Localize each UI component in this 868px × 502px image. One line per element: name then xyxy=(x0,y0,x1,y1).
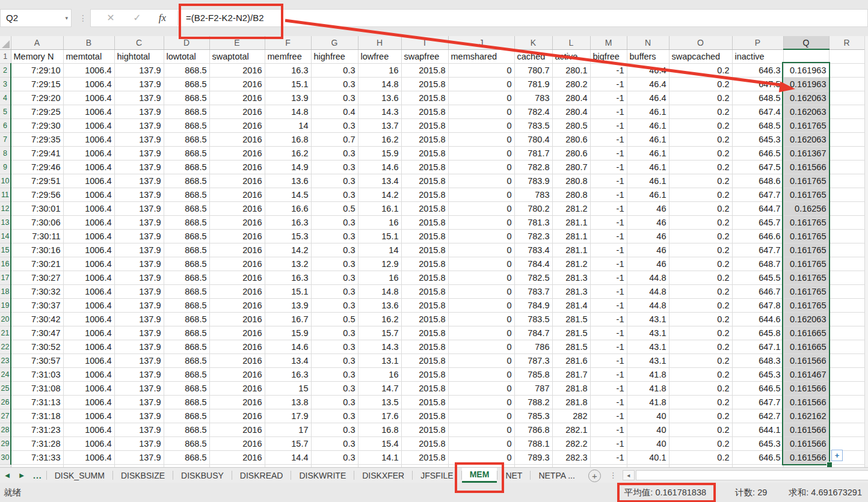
cell-B14[interactable]: 1006.4 xyxy=(63,229,114,243)
cell-O7[interactable]: 0.2 xyxy=(669,132,732,146)
cell-Q1[interactable] xyxy=(783,49,829,63)
cell-Q6[interactable]: 0.161765 xyxy=(783,118,829,132)
cell-O25[interactable]: 0.2 xyxy=(669,381,732,395)
cell-I1[interactable]: swapfree xyxy=(401,49,448,63)
cell-E29[interactable]: 2016 xyxy=(209,436,265,450)
cell-Q16[interactable]: 0.161765 xyxy=(783,257,829,271)
accept-icon[interactable]: ✓ xyxy=(126,9,148,27)
cell-N25[interactable]: 41.8 xyxy=(627,381,669,395)
cell-R4[interactable] xyxy=(829,91,864,105)
cell-O24[interactable]: 0.2 xyxy=(669,367,732,381)
cell-G2[interactable]: 0.3 xyxy=(311,63,358,77)
cell-Q9[interactable]: 0.161566 xyxy=(783,160,829,174)
cell-F16[interactable]: 13.2 xyxy=(265,257,311,271)
cell-J6[interactable]: 0 xyxy=(448,118,514,132)
cell-K16[interactable]: 784.4 xyxy=(514,257,552,271)
row-header-24[interactable]: 24 xyxy=(0,367,11,381)
cell-C7[interactable]: 137.9 xyxy=(114,132,164,146)
cell-F25[interactable]: 15 xyxy=(265,381,311,395)
cell-Q19[interactable]: 0.161765 xyxy=(783,298,829,312)
cell-P28[interactable]: 644.1 xyxy=(732,423,783,436)
cell-J5[interactable]: 0 xyxy=(448,105,514,118)
cell-M30[interactable]: -1 xyxy=(590,450,627,464)
cell-D11[interactable]: 868.5 xyxy=(164,188,209,201)
name-box-dropdown-icon[interactable]: ▾ xyxy=(65,10,68,26)
cell-L29[interactable]: 282.2 xyxy=(552,436,590,450)
cell-E22[interactable]: 2016 xyxy=(209,340,265,354)
row-header-28[interactable]: 28 xyxy=(0,423,11,436)
cell-K11[interactable]: 783 xyxy=(514,188,552,201)
column-header-D[interactable]: D xyxy=(164,36,209,49)
cell-P15[interactable]: 647.7 xyxy=(732,243,783,257)
cell-E1[interactable]: swaptotal xyxy=(209,49,265,63)
sheet-tab-netpa[interactable]: NETPA ... xyxy=(531,468,582,483)
sheet-tab-diskxfer[interactable]: DISKXFER xyxy=(354,468,412,483)
cell-B5[interactable]: 1006.4 xyxy=(63,105,114,118)
cell-J2[interactable]: 0 xyxy=(448,63,514,77)
cell-E19[interactable]: 2016 xyxy=(209,298,265,312)
column-header-G[interactable]: G xyxy=(311,36,358,49)
cell-F27[interactable]: 17.9 xyxy=(265,409,311,423)
cell-P9[interactable]: 647.5 xyxy=(732,160,783,174)
cell-A19[interactable]: 7:30:37 xyxy=(11,298,63,312)
sheet-tab-mem[interactable]: MEM xyxy=(462,468,497,483)
cell-F14[interactable]: 15.3 xyxy=(265,229,311,243)
cell-I10[interactable]: 2015.8 xyxy=(401,174,448,188)
cell-F17[interactable]: 16.3 xyxy=(265,271,311,284)
cell-B18[interactable]: 1006.4 xyxy=(63,284,114,298)
cell-P3[interactable]: 647.5 xyxy=(732,77,783,91)
cell-F5[interactable]: 14.8 xyxy=(265,105,311,118)
cell-L15[interactable]: 281.1 xyxy=(552,243,590,257)
cell-R12[interactable] xyxy=(829,201,864,215)
cell-P10[interactable]: 648.6 xyxy=(732,174,783,188)
cell-N7[interactable]: 46.1 xyxy=(627,132,669,146)
sheet-tab-net[interactable]: NET xyxy=(497,468,530,483)
cell-J17[interactable]: 0 xyxy=(448,271,514,284)
cell-E16[interactable]: 2016 xyxy=(209,257,265,271)
cell-G13[interactable]: 0.3 xyxy=(311,215,358,229)
cell-A1[interactable]: Memory N xyxy=(11,49,63,63)
cell-P8[interactable]: 646.5 xyxy=(732,146,783,160)
cell-F19[interactable]: 13.9 xyxy=(265,298,311,312)
cell-C28[interactable]: 137.9 xyxy=(114,423,164,436)
column-header-M[interactable]: M xyxy=(590,36,627,49)
cell-J14[interactable]: 0 xyxy=(448,229,514,243)
cell-P5[interactable]: 647.4 xyxy=(732,105,783,118)
column-header-E[interactable]: E xyxy=(209,36,265,49)
cell-L13[interactable]: 281.1 xyxy=(552,215,590,229)
cell-N10[interactable]: 46.1 xyxy=(627,174,669,188)
row-header-19[interactable]: 19 xyxy=(0,298,11,312)
cell-M24[interactable]: -1 xyxy=(590,367,627,381)
cell-J10[interactable]: 0 xyxy=(448,174,514,188)
cell-Q29[interactable]: 0.161566 xyxy=(783,436,829,450)
cell-H4[interactable]: 13.6 xyxy=(358,91,401,105)
cell-P30[interactable]: 646.5 xyxy=(732,450,783,464)
cell-K19[interactable]: 784.9 xyxy=(514,298,552,312)
cell-C6[interactable]: 137.9 xyxy=(114,118,164,132)
cell-P17[interactable]: 645.5 xyxy=(732,271,783,284)
cell-L21[interactable]: 281.5 xyxy=(552,326,590,340)
cell-E28[interactable]: 2016 xyxy=(209,423,265,436)
column-header-N[interactable]: N xyxy=(627,36,669,49)
cell-C15[interactable]: 137.9 xyxy=(114,243,164,257)
cell-R21[interactable] xyxy=(829,326,864,340)
cell-D25[interactable]: 868.5 xyxy=(164,381,209,395)
cell-D29[interactable]: 868.5 xyxy=(164,436,209,450)
row-header-2[interactable]: 2 xyxy=(0,63,11,77)
row-header-7[interactable]: 7 xyxy=(0,132,11,146)
cell-O14[interactable]: 0.2 xyxy=(669,229,732,243)
row-header-27[interactable]: 27 xyxy=(0,409,11,423)
cell-J13[interactable]: 0 xyxy=(448,215,514,229)
cell-C23[interactable]: 137.9 xyxy=(114,354,164,367)
cell-R27[interactable] xyxy=(829,409,864,423)
row-header-13[interactable]: 13 xyxy=(0,215,11,229)
cell-O16[interactable]: 0.2 xyxy=(669,257,732,271)
cell-P23[interactable]: 648.3 xyxy=(732,354,783,367)
cell-C5[interactable]: 137.9 xyxy=(114,105,164,118)
cell-P20[interactable]: 644.6 xyxy=(732,312,783,326)
cell-D15[interactable]: 868.5 xyxy=(164,243,209,257)
cell-M21[interactable]: -1 xyxy=(590,326,627,340)
cell-H11[interactable]: 14.2 xyxy=(358,188,401,201)
row-header-5[interactable]: 5 xyxy=(0,105,11,118)
cell-Q12[interactable]: 0.16256 xyxy=(783,201,829,215)
